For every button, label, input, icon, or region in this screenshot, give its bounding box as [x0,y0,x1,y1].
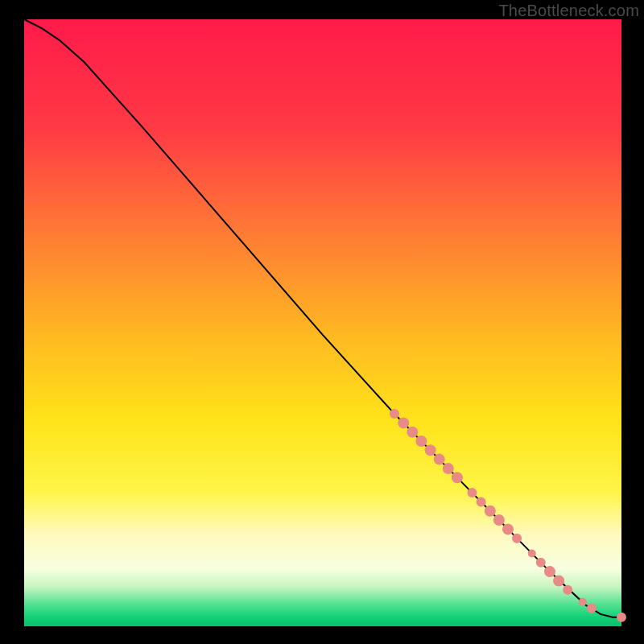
data-point [502,523,514,535]
data-point [493,514,505,526]
data-point [452,472,463,483]
data-point [587,603,597,613]
data-point [512,534,522,543]
data-point [477,497,486,506]
data-point [579,598,587,606]
chart-svg [0,0,644,644]
data-point [485,506,496,517]
data-point [415,436,427,447]
data-point [407,427,418,438]
data-point [528,550,536,558]
data-point [468,488,477,497]
data-point [434,454,445,465]
data-point [443,463,454,474]
data-point [553,576,564,587]
data-point [536,558,546,568]
data-point [544,566,555,577]
data-point [425,444,436,456]
plot-background [24,19,621,626]
data-point [390,409,399,419]
watermark-text: TheBottleneck.com [498,2,639,20]
data-point [617,613,626,622]
data-point [563,585,572,595]
data-point [398,417,409,428]
chart-frame: TheBottleneck.com [0,0,644,644]
